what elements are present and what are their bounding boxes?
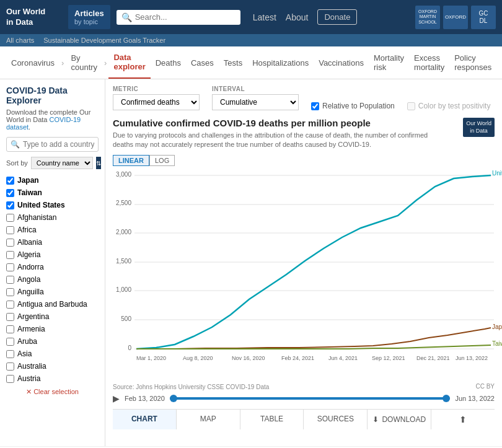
country-checkbox-united-states[interactable]: [6, 201, 14, 209]
chart-area: METRIC Confirmed deaths INTERVAL Cumulat…: [105, 79, 502, 446]
country-checkbox-africa[interactable]: [6, 226, 14, 234]
linear-scale-button[interactable]: LINEAR: [113, 155, 149, 166]
country-item-armenia: Armenia: [6, 323, 99, 335]
nav-mortality-risk[interactable]: Mortality risk: [369, 47, 409, 78]
search-country-icon: 🔍: [11, 140, 20, 149]
donate-button[interactable]: Donate: [317, 9, 357, 25]
metric-group: METRIC Confirmed deaths: [113, 86, 200, 110]
timeline-handle-left[interactable]: [170, 395, 177, 402]
nav-cases[interactable]: Cases: [186, 52, 219, 74]
country-checkbox-afghanistan[interactable]: [6, 214, 14, 222]
color-by-group: Color by test positivity: [407, 102, 491, 110]
nav-policy-responses[interactable]: Policy responses: [449, 47, 496, 78]
x-label-1: Mar 1, 2020: [136, 355, 166, 361]
chart-tab-chart[interactable]: CHART: [113, 410, 177, 429]
country-list: Japan Taiwan United States Afghanistan A…: [6, 174, 99, 385]
country-item-algeria: Algeria: [6, 248, 99, 261]
country-item-united-states: United States: [6, 199, 99, 211]
timeline-slider[interactable]: [170, 397, 451, 400]
nav-deaths[interactable]: Deaths: [151, 52, 186, 74]
search-icon: 🔍: [121, 12, 132, 22]
country-checkbox-asia[interactable]: [6, 350, 14, 358]
country-item-albania: Albania: [6, 236, 99, 248]
timeline-track: [170, 397, 451, 400]
breadcrumb-bycountry[interactable]: By country: [66, 47, 102, 78]
scale-buttons: LINEAR LOG: [113, 155, 495, 166]
sort-direction-button[interactable]: ⇅: [96, 157, 101, 169]
play-button[interactable]: ▶: [113, 393, 120, 403]
relative-population-group: Relative to Population: [311, 102, 395, 110]
country-checkbox-aruba[interactable]: [6, 338, 14, 346]
x-label-2: Aug 8, 2020: [183, 355, 213, 361]
country-checkbox-australia[interactable]: [6, 362, 14, 371]
timeline-handle-right[interactable]: [443, 395, 450, 402]
country-checkbox-albania[interactable]: [6, 239, 14, 247]
country-item-afghanistan: Afghanistan: [6, 211, 99, 224]
chart-svg: 3,000 2,500 2,000 1,500 1,000 500 0 Mar …: [113, 169, 497, 380]
y-label-3000: 3,000: [116, 171, 131, 178]
country-checkbox-taiwan[interactable]: [6, 189, 14, 197]
chart-tab-share[interactable]: ⬆: [431, 410, 495, 429]
country-checkbox-angola[interactable]: [6, 276, 14, 284]
y-label-1500: 1,500: [116, 258, 131, 265]
cc-text: CC BY: [475, 383, 495, 390]
country-item-australia: Australia: [6, 360, 99, 372]
color-by-label: Color by test positivity: [418, 102, 491, 110]
site-logo[interactable]: Our World in Data: [6, 7, 62, 28]
chart-tab-map[interactable]: MAP: [177, 410, 240, 429]
header-nav: Latest About Donate: [253, 9, 358, 25]
country-item-antigua: Antigua and Barbuda: [6, 298, 99, 310]
country-checkbox-armenia[interactable]: [6, 325, 14, 333]
log-scale-button[interactable]: LOG: [149, 155, 175, 166]
timeline-row: ▶ Feb 13, 2020 Jun 13, 2022: [113, 391, 495, 406]
country-checkbox-austria[interactable]: [6, 375, 14, 383]
sdg-tracker-link[interactable]: Sustainable Development Goals Tracker: [43, 37, 165, 44]
search-box: 🔍: [117, 10, 240, 25]
all-charts-link[interactable]: All charts: [6, 37, 34, 44]
country-search-input[interactable]: [23, 140, 94, 149]
articles-button[interactable]: Articles by topic: [68, 5, 110, 29]
breadcrumb-dataexplorer[interactable]: Data explorer: [108, 46, 150, 79]
nav-bar: Coronavirus › By country › Data explorer…: [0, 46, 502, 79]
chart-tab-download[interactable]: ⬇ DOWNLOAD: [368, 410, 431, 429]
relative-population-checkbox[interactable]: [311, 102, 319, 110]
chart-tab-table[interactable]: TABLE: [240, 410, 304, 429]
chart-tab-sources[interactable]: SOURCES: [304, 410, 368, 429]
country-checkbox-japan[interactable]: [6, 177, 14, 185]
sidebar-title: COVID-19 Data Explorer: [6, 86, 99, 105]
chart-svg-container: 3,000 2,500 2,000 1,500 1,000 500 0 Mar …: [113, 169, 495, 382]
country-checkbox-antigua[interactable]: [6, 301, 14, 309]
nav-tests[interactable]: Tests: [219, 52, 247, 74]
search-input[interactable]: [135, 12, 236, 22]
sort-select[interactable]: Country name: [31, 157, 93, 169]
y-label-500: 500: [121, 315, 131, 322]
nav-excess-mortality[interactable]: Excess mortality: [409, 47, 449, 78]
country-checkbox-algeria[interactable]: [6, 251, 14, 259]
nav-hospitalizations[interactable]: Hospitalizations: [247, 52, 314, 74]
oxford-martin-logo: OXFORDMARTINSCHOOL: [415, 6, 440, 29]
about-link[interactable]: About: [286, 12, 309, 22]
country-checkbox-argentina[interactable]: [6, 313, 14, 321]
share-icon: ⬆: [459, 415, 467, 424]
breadcrumb-coronavirus[interactable]: Coronavirus: [6, 52, 59, 74]
country-checkbox-andorra[interactable]: [6, 263, 14, 271]
metric-label: METRIC: [113, 86, 200, 92]
y-label-2500: 2,500: [116, 200, 131, 206]
country-item-africa: Africa: [6, 224, 99, 236]
color-by-checkbox[interactable]: [407, 102, 415, 110]
metric-select[interactable]: Confirmed deaths: [113, 94, 200, 110]
nav-vaccinations[interactable]: Vaccinations: [314, 52, 369, 74]
chart-subtitle: Due to varying protocols and challenges …: [113, 131, 435, 150]
country-search-box: 🔍: [6, 137, 99, 152]
x-label-4: Feb 24, 2021: [281, 355, 314, 361]
interval-select[interactable]: Cumulative: [212, 94, 299, 110]
header: Our World in Data Articles by topic 🔍 La…: [0, 0, 502, 34]
country-checkbox-anguilla[interactable]: [6, 288, 14, 296]
partner-logos: OXFORDMARTINSCHOOL OXFORD GCDL: [415, 6, 496, 29]
latest-link[interactable]: Latest: [253, 12, 276, 22]
clear-selection-link[interactable]: ✕ Clear selection: [6, 388, 99, 396]
metric-row: METRIC Confirmed deaths INTERVAL Cumulat…: [113, 86, 495, 110]
timeline-start-label: Feb 13, 2020: [125, 395, 165, 402]
breadcrumb-sep-1: ›: [59, 58, 66, 68]
oxford-logo: OXFORD: [443, 6, 468, 29]
